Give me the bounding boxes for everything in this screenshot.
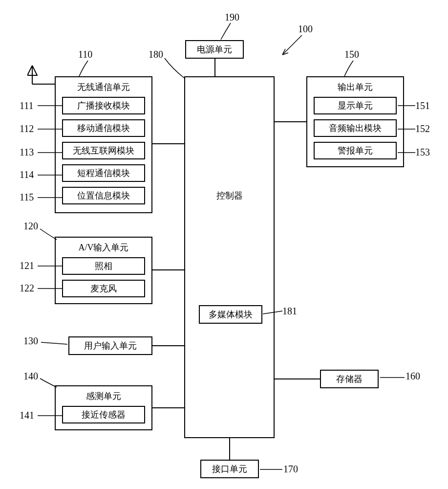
conn-controller-memory	[275, 378, 321, 381]
ref-170: 170	[283, 464, 298, 475]
ref-140: 140	[23, 371, 38, 382]
sensing-title: 感测单元	[86, 390, 121, 402]
wireless-comm-unit: 无线通信单元 广播接收模块 移动通信模块 无线互联网模块 短程通信模块 位置信息…	[55, 76, 152, 213]
conn-userinput-controller	[152, 345, 186, 348]
wireless-comm-title: 无线通信单元	[77, 81, 130, 93]
av-input-unit: A/V输入单元 照相 麦克风	[55, 237, 152, 304]
controller-unit: 控制器 多媒体模块	[184, 76, 275, 438]
conn-controller-interface	[229, 438, 232, 461]
audio-output-module: 音频输出模块	[314, 119, 397, 137]
conn-sensing-controller	[152, 407, 186, 410]
microphone-module: 麦克风	[62, 280, 145, 297]
user-input-unit: 用户输入单元	[68, 336, 152, 355]
leader-110	[78, 60, 93, 77]
leader-150	[343, 60, 358, 77]
leader-120	[39, 227, 59, 242]
memory-label: 存储器	[336, 373, 363, 385]
ref-190: 190	[225, 12, 239, 23]
leader-180	[164, 56, 188, 81]
alarm-unit: 警报单元	[314, 142, 397, 159]
interface-unit: 接口单元	[200, 460, 259, 478]
ref-151: 151	[415, 100, 430, 111]
leader-160	[379, 375, 406, 380]
ref-141: 141	[20, 410, 34, 421]
power-supply-label: 电源单元	[197, 44, 232, 55]
leader-111	[37, 103, 64, 109]
ref-153: 153	[415, 147, 430, 158]
multimedia-label: 多媒体模块	[209, 309, 253, 320]
user-input-label: 用户输入单元	[84, 340, 137, 352]
leader-113	[37, 150, 64, 156]
output-unit: 输出单元 显示单元 音频输出模块 警报单元	[306, 76, 404, 167]
ref-150: 150	[344, 49, 359, 60]
ref-121: 121	[20, 260, 34, 271]
ref-120: 120	[23, 221, 38, 232]
power-supply-unit: 电源单元	[185, 40, 244, 59]
display-unit: 显示单元	[314, 97, 397, 114]
ref-130: 130	[23, 335, 38, 347]
leader-151	[397, 103, 416, 109]
ref-111: 111	[20, 100, 34, 111]
leader-122	[37, 286, 64, 291]
leader-115	[37, 195, 64, 200]
leader-121	[37, 263, 64, 269]
conn-wireless-controller	[152, 143, 186, 146]
ref-114: 114	[20, 169, 34, 180]
broadcast-rx-module: 广播接收模块	[62, 97, 145, 114]
sensing-unit: 感测单元 接近传感器	[55, 385, 152, 430]
output-title: 输出单元	[338, 81, 373, 93]
leader-112	[37, 126, 64, 132]
conn-controller-output	[275, 121, 308, 124]
leader-114	[37, 172, 64, 178]
ref-100: 100	[298, 23, 313, 35]
leader-153	[397, 150, 416, 156]
leader-140	[39, 377, 59, 389]
ref-113: 113	[20, 147, 34, 158]
location-info-module: 位置信息模块	[62, 187, 145, 204]
leader-190	[220, 22, 239, 42]
proximity-sensor: 接近传感器	[62, 406, 145, 423]
camera-module: 照相	[62, 257, 145, 275]
ref-112: 112	[20, 123, 34, 134]
av-input-title: A/V输入单元	[79, 242, 129, 253]
multimedia-module: 多媒体模块	[199, 305, 262, 324]
leader-181	[262, 309, 284, 316]
leader-152	[397, 126, 416, 132]
leader-100-arrow	[278, 34, 303, 59]
block-diagram: 电源单元 190 100 控制器 多媒体模块 180 181 无线通信单元 广播…	[0, 0, 448, 489]
wireless-internet-module: 无线互联网模块	[62, 142, 145, 159]
leader-130	[40, 339, 69, 347]
ref-110: 110	[78, 49, 92, 60]
controller-label: 控制器	[216, 190, 243, 201]
ref-160: 160	[405, 371, 420, 382]
short-range-module: 短程通信模块	[62, 164, 145, 182]
ref-152: 152	[415, 123, 430, 134]
antenna-icon	[27, 64, 57, 88]
leader-170	[259, 467, 283, 472]
ref-115: 115	[20, 192, 34, 203]
conn-power-controller	[214, 59, 217, 77]
memory-unit: 存储器	[320, 370, 379, 388]
ref-181: 181	[282, 306, 297, 317]
ref-180: 180	[149, 49, 163, 60]
leader-141	[37, 413, 64, 419]
conn-av-controller	[152, 269, 186, 272]
ref-122: 122	[20, 283, 34, 294]
interface-label: 接口单元	[212, 463, 247, 475]
mobile-comm-module: 移动通信模块	[62, 119, 145, 137]
